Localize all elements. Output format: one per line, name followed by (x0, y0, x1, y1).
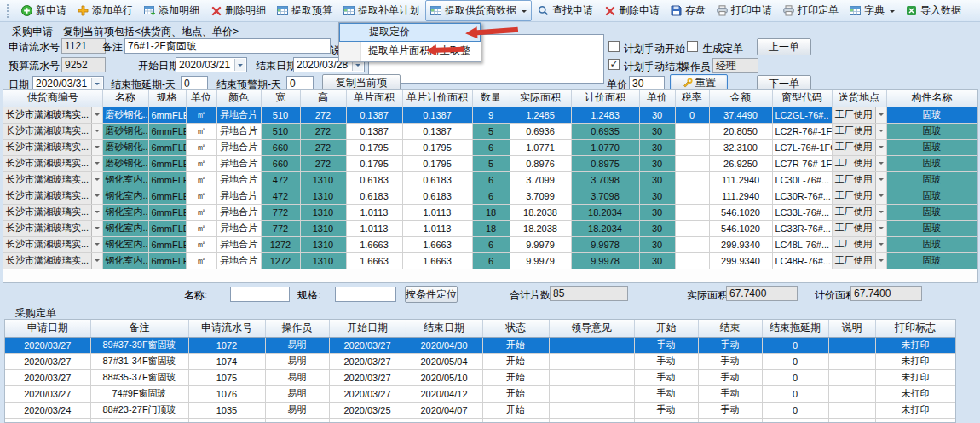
detail-row[interactable]: 长沙市潇湘玻璃实...钢化室内...6mmFLE...㎡异地合片47213100… (3, 171, 977, 188)
toolbar-button-delete-request[interactable]: 删除申请 (599, 0, 665, 21)
toolbar-button-find-request[interactable]: 查找申请 (533, 0, 598, 21)
column-header[interactable]: 计价面积 (571, 90, 639, 107)
column-header[interactable]: 开始日期 (329, 320, 406, 337)
column-header[interactable]: 单位 (186, 90, 216, 107)
toolbar-button-dictionary[interactable]: 字典 (845, 0, 900, 21)
chevron-down-icon[interactable] (91, 172, 102, 188)
manual-start-checkbox[interactable] (608, 41, 620, 52)
column-header[interactable]: 结束拖延期 (762, 320, 828, 337)
start-date-picker[interactable]: 2020/03/21 (176, 57, 247, 72)
grid-cell[interactable]: 工厂使用 (832, 236, 886, 252)
grid-cell[interactable]: 长沙市潇湘玻璃实... (3, 123, 102, 139)
chevron-down-icon[interactable] (875, 124, 886, 139)
toolbar-button-add-detail[interactable]: 添加明细 (139, 0, 205, 21)
column-header[interactable]: 领导意见 (549, 320, 634, 337)
chevron-down-icon[interactable] (875, 140, 886, 155)
grid-cell[interactable]: 长沙市潇湘玻璃实... (3, 171, 102, 188)
column-header[interactable]: 颜色 (216, 90, 261, 107)
chevron-down-icon[interactable] (91, 253, 102, 269)
column-header[interactable]: 申请日期 (5, 320, 90, 337)
locate-name-input[interactable] (230, 287, 290, 302)
column-header[interactable]: 结束日期 (406, 320, 482, 337)
chevron-down-icon[interactable] (875, 205, 886, 220)
chevron-down-icon[interactable] (91, 221, 102, 236)
detail-row[interactable]: 长沙市潇湘玻璃实...钢化室内...6mmFLE...㎡异地合片77213101… (3, 204, 977, 220)
toolbar-button-extract-supplement-plan[interactable]: 提取补单计划 (338, 0, 424, 21)
grid-cell[interactable]: 工厂使用 (832, 123, 886, 139)
chevron-down-icon[interactable] (91, 140, 102, 155)
column-header[interactable]: 送货地点 (832, 90, 886, 107)
grid-cell[interactable]: 长沙市潇湘玻璃实... (3, 107, 102, 123)
column-header[interactable]: 申请流水号 (188, 320, 265, 337)
grid-cell[interactable]: 长沙市潇湘玻璃实... (3, 236, 102, 252)
prev-order-button[interactable]: 上一单 (757, 38, 811, 55)
toolbar-button-new-request[interactable]: 新申请 (16, 0, 72, 21)
chevron-down-icon[interactable] (91, 237, 102, 252)
toolbar-button-delete-detail[interactable]: 删除明细 (205, 0, 271, 21)
grid-cell[interactable]: 工厂使用 (832, 188, 886, 204)
generate-order-checkbox[interactable] (687, 41, 698, 52)
operator-field[interactable]: 经理 (712, 58, 758, 73)
budget-no-field[interactable]: 9252 (61, 57, 106, 72)
grid-cell[interactable]: 工厂使用 (832, 252, 886, 269)
chevron-down-icon[interactable] (875, 237, 886, 252)
grid-cell[interactable]: 工厂使用 (832, 139, 886, 155)
column-header[interactable]: 打印标志 (875, 320, 955, 337)
chevron-down-icon[interactable] (875, 172, 886, 188)
column-header[interactable]: 结束 (698, 320, 762, 337)
grid-cell[interactable]: 长沙市潇湘玻璃实... (3, 188, 102, 204)
order-row[interactable]: 2020/03/2774#9F窗固玻1076易明2020/03/272020/0… (5, 385, 955, 402)
toolbar-button-print-request[interactable]: 打印申请 (712, 0, 777, 21)
toolbar-button-import-data[interactable]: 导入数据 (901, 0, 966, 21)
chevron-down-icon[interactable] (91, 156, 102, 171)
toolbar-button-extract-budget[interactable]: 提取预算 (272, 0, 337, 21)
chevron-down-icon[interactable] (875, 107, 886, 123)
toolbar-button-add-single-row[interactable]: 添加单行 (72, 0, 138, 21)
request-no-field[interactable]: 1121 (61, 38, 106, 54)
column-header[interactable]: 名称 (102, 90, 148, 107)
column-header[interactable]: 开始 (634, 320, 698, 337)
detail-row[interactable]: 长沙市潇湘玻璃实...磨砂钢化...6mmFLE...㎡异地合片6602720.… (3, 155, 977, 171)
column-header[interactable]: 实际面积 (510, 90, 571, 107)
chevron-down-icon[interactable] (91, 78, 102, 90)
grid-cell[interactable]: 工厂使用 (832, 220, 886, 236)
order-row[interactable]: 2020/03/2789#37-39F窗固玻1072易明2020/03/2720… (5, 337, 955, 353)
column-header[interactable]: 单片计价面积 (402, 90, 472, 107)
column-header[interactable]: 说明 (828, 320, 875, 337)
column-header[interactable]: 高 (300, 90, 346, 107)
chevron-down-icon[interactable] (91, 124, 102, 139)
detail-row[interactable]: 长沙市潇湘玻璃实...磨砂钢化...6mmFLE...㎡异地合片5102720.… (3, 107, 977, 123)
chevron-down-icon[interactable] (875, 221, 886, 236)
order-row[interactable]: 2020/03/2488#23-27F门顶玻1035易明2020/03/2520… (5, 402, 955, 418)
locate-spec-input[interactable] (335, 287, 396, 302)
column-header[interactable]: 单片面积 (346, 90, 402, 107)
toolbar-button-extract-supplier-data[interactable]: 提取供货商数据 (425, 0, 532, 21)
toolbar-button-print-order[interactable]: 打印定单 (778, 0, 844, 21)
grid-cell[interactable]: 工厂使用 (832, 171, 886, 188)
grid-cell[interactable]: 长沙市潇湘玻璃实... (3, 204, 102, 220)
chevron-down-icon[interactable] (875, 253, 886, 269)
chevron-down-icon[interactable] (875, 156, 886, 171)
detail-row[interactable]: 长沙市潇湘玻璃实...钢化室内...6mmFLE...㎡异地合片12721310… (3, 252, 977, 269)
detail-row[interactable]: 长沙市潇湘玻璃实...钢化室内...6mmFLE...㎡异地合片12721310… (3, 236, 977, 252)
column-header[interactable]: 备注 (90, 320, 188, 337)
detail-row[interactable]: 长沙市潇湘玻璃实...钢化室内...6mmFLE...㎡异地合片47213100… (3, 188, 977, 204)
order-row[interactable]: 2020/03/2788#35-37F窗固玻1075易明2020/03/2720… (5, 369, 955, 385)
column-header[interactable]: 状态 (482, 320, 549, 337)
chevron-down-icon[interactable] (234, 59, 245, 71)
chevron-down-icon[interactable] (91, 205, 102, 220)
column-header[interactable]: 窗型代码 (772, 90, 832, 107)
column-header[interactable]: 供货商编号 (3, 90, 102, 107)
detail-row[interactable]: 长沙市潇湘玻璃实...钢化室内...6mmFLE...㎡异地合片77213101… (3, 220, 977, 236)
chevron-down-icon[interactable] (91, 188, 102, 204)
toolbar-button-save[interactable]: 存盘 (666, 0, 711, 21)
chevron-down-icon[interactable] (91, 107, 102, 123)
column-header[interactable]: 单价 (639, 90, 675, 107)
column-header[interactable]: 规格 (148, 90, 186, 107)
column-header[interactable]: 构件名称 (886, 90, 977, 107)
grid-cell[interactable]: 工厂使用 (832, 107, 886, 123)
menu-item-extract-pricing[interactable]: 提取定价 (339, 23, 481, 42)
column-header[interactable]: 金额 (709, 90, 772, 107)
column-header[interactable]: 税率 (675, 90, 709, 107)
column-header[interactable]: 数量 (472, 90, 510, 107)
